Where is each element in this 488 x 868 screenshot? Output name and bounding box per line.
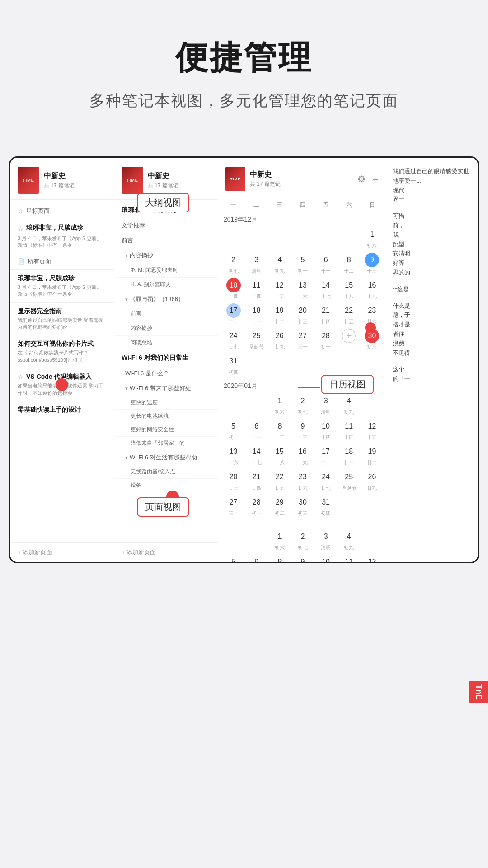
cal-day-15[interactable]: 15 十八	[338, 276, 361, 302]
weekday-thu: 四	[291, 201, 314, 209]
outline-item-wifi1: Wi-Fi 6 是什么？	[114, 366, 218, 381]
list-item-2[interactable]: 琅琊非宝，尺牍成珍 3 月 4 日，苹果发布了《App S 更新。新版《标准》中…	[10, 270, 114, 303]
cal-day-4[interactable]: 4 初九	[268, 251, 291, 276]
all-pages-item[interactable]: 📄 所有页面	[10, 254, 114, 270]
hero-section: 便捷管理 多种笔记本视图，多元化管理您的笔记页面	[0, 0, 488, 129]
cal-day[interactable]	[291, 226, 314, 251]
outline-item-battery: 更长的电池续航	[114, 410, 218, 423]
cal-day-9[interactable]: 9 十三	[361, 251, 384, 276]
cal-day[interactable]	[314, 352, 338, 377]
outline-item-security: 更好的网络安全性	[114, 423, 218, 437]
outline-item-wenxue: 文学推荐	[114, 218, 218, 233]
cal-day-18[interactable]: 18 廿一	[245, 302, 268, 327]
cal-day-22[interactable]: 22 廿五	[338, 302, 361, 327]
outline-item-neirong2: 内容摘抄	[114, 321, 218, 336]
cal-day[interactable]	[338, 226, 361, 251]
cal-day-30[interactable]: 30 初三	[361, 327, 384, 352]
cal-day-plus[interactable]: +	[338, 327, 361, 352]
cal-day-11[interactable]: 11 十四	[245, 276, 268, 302]
hero-subtitle: 多种笔记本视图，多元化管理您的笔记页面	[18, 90, 470, 111]
cal-day[interactable]	[268, 352, 291, 377]
item-preview-4: 在《[如何高效实践卡片式写作？ sspai.com/post/59109]》和《	[18, 349, 107, 363]
cal-day[interactable]	[314, 226, 338, 251]
list-item-4[interactable]: 如何交互可视化你的卡片式 在《[如何高效实践卡片式写作？ sspai.com/p…	[10, 335, 114, 368]
text-para-4: 什么是题，于格才是者往浪费不见得	[393, 302, 472, 358]
item-preview-2: 3 月 4 日，苹果发布了《App S 更新。新版《标准》中有一条令	[18, 284, 107, 298]
cal-notebook-cover: TIME	[225, 167, 245, 191]
cal-day-31[interactable]: 31 初四	[222, 352, 245, 377]
list-item-3[interactable]: 显示器完全指南 我们通过自己的眼睛感受实世 受着毫无束缚的视野与绚烂缤纷	[10, 303, 114, 336]
outline-notebook-name: 中新史	[148, 171, 178, 181]
cal-day-27[interactable]: 27 三十	[291, 327, 314, 352]
cal-day-12[interactable]: 12 十五	[268, 276, 291, 302]
cal-day-3[interactable]: 3 清明	[245, 251, 268, 276]
cal-day-8[interactable]: 8 十二	[338, 251, 361, 276]
outline-item-device: 设备	[114, 479, 218, 492]
text-para-5: 这个的「一	[393, 365, 472, 384]
list-item-6[interactable]: 零基础快读上手的设计	[10, 401, 114, 420]
outline-section-wifi: Wi-Fi 6 对我们的日常生	[114, 350, 218, 366]
cal-day[interactable]	[338, 352, 361, 377]
cal-day-17[interactable]: 17 二十	[222, 302, 245, 327]
cal-day-28[interactable]: 28 初一	[314, 327, 338, 352]
cal-day[interactable]	[245, 226, 268, 251]
cal-day-6[interactable]: 6 十一	[314, 251, 338, 276]
calendar-header: TIME 中新史 共 17 篇笔记 ⚙ ←	[218, 158, 387, 197]
outline-item-ha: H. A. 别尔嘉耶夫	[114, 278, 218, 292]
list-item[interactable]: ☆ 琅琊非宝，尺牍成珍 3 月 4 日，苹果发布了《App S 更新。新版《标准…	[10, 219, 114, 254]
text-para-3: **这是	[393, 285, 472, 294]
item-title-3: 显示器完全指南	[18, 307, 107, 316]
outline-item-neighbor: 降低来自「邻居家」的	[114, 437, 218, 450]
calendar-label-bubble: 日历视图	[321, 375, 374, 394]
cal-day-20[interactable]: 20 廿三	[291, 302, 314, 327]
cal-day-10[interactable]: 10 十四	[222, 276, 245, 302]
cal-day[interactable]	[245, 352, 268, 377]
item-title-1: 琅琊非宝，尺牍成珍	[26, 224, 83, 232]
col-right-text: 我们通过自己的眼睛感受实世地享受一...现代界一 可惜前，我跳望安清明好等界的的…	[387, 158, 478, 562]
item-title-2: 琅琊非宝，尺牍成珍	[18, 274, 107, 283]
col-calendar: TIME 中新史 共 17 篇笔记 ⚙ ← 一 二 三 四 五 六 日 20	[218, 158, 387, 562]
cal-day[interactable]	[222, 226, 245, 251]
outline-item-qianyan2: 前言	[114, 307, 218, 321]
doc-icon: 📄	[18, 258, 25, 265]
cal-day-16[interactable]: 16 十九	[361, 276, 384, 302]
outline-add-page[interactable]: + 添加新页面	[114, 542, 218, 562]
cal-day-26[interactable]: 26 廿九	[268, 327, 291, 352]
cal-day-5[interactable]: 5 初十	[291, 251, 314, 276]
cal-day-1[interactable]: 1 初六	[361, 226, 384, 251]
cal-day-19[interactable]: 19 廿二	[268, 302, 291, 327]
cal-day[interactable]	[268, 226, 291, 251]
starred-label: 星标页面	[26, 207, 50, 215]
tne-badge: TnE	[469, 681, 488, 703]
cal-day-13[interactable]: 13 十六	[291, 276, 314, 302]
cal-day-2[interactable]: 2 初七	[222, 251, 245, 276]
weekday-mon: 一	[222, 201, 245, 209]
calendar-weekdays: 一 二 三 四 五 六 日	[218, 197, 387, 211]
text-para-1: 我们通过自己的眼睛感受实世地享受一...现代界一	[393, 167, 472, 204]
calendar-label-line	[298, 387, 320, 388]
page-label-bubble: 页面视图	[137, 497, 189, 517]
cal-day-14[interactable]: 14 十七	[314, 276, 338, 302]
list-notebook-header: TIME 中新史 共 17 篇笔记	[10, 158, 114, 200]
list-notebook-count: 共 17 篇笔记	[44, 182, 75, 189]
weekday-wed: 三	[268, 201, 291, 209]
hero-title: 便捷管理	[18, 36, 470, 80]
list-add-page[interactable]: + 添加新页面	[10, 542, 114, 562]
weekday-tue: 二	[245, 201, 268, 209]
text-para-2: 可惜前，我跳望安清明好等界的的	[393, 212, 472, 278]
screenshot-wrapper: TIME 中新史 共 17 篇笔记 ☆ 星标页面 ☆ 琅琊非宝，尺牍成珍	[9, 156, 479, 590]
cal-notebook-name: 中新史	[250, 170, 357, 179]
cal-day-24[interactable]: 24 廿七	[222, 327, 245, 352]
cal-day-25[interactable]: 25 圣诞节	[245, 327, 268, 352]
star-icon-2: ☆	[18, 225, 23, 232]
outline-item-neirong: ▾ 内容摘抄	[114, 248, 218, 263]
cal-day-21[interactable]: 21 廿四	[314, 302, 338, 327]
item-title-6: 零基础快读上手的设计	[18, 406, 107, 414]
cal-day[interactable]	[291, 352, 314, 377]
cal-day[interactable]	[361, 352, 384, 377]
item-preview-1: 3 月 4 日，苹果发布了《App S 更新。新版《标准》中有一条令	[18, 235, 107, 249]
red-dot-cal	[365, 322, 376, 333]
back-icon[interactable]: ←	[371, 174, 380, 184]
weekday-sun: 日	[361, 201, 384, 209]
gear-icon[interactable]: ⚙	[357, 174, 366, 184]
